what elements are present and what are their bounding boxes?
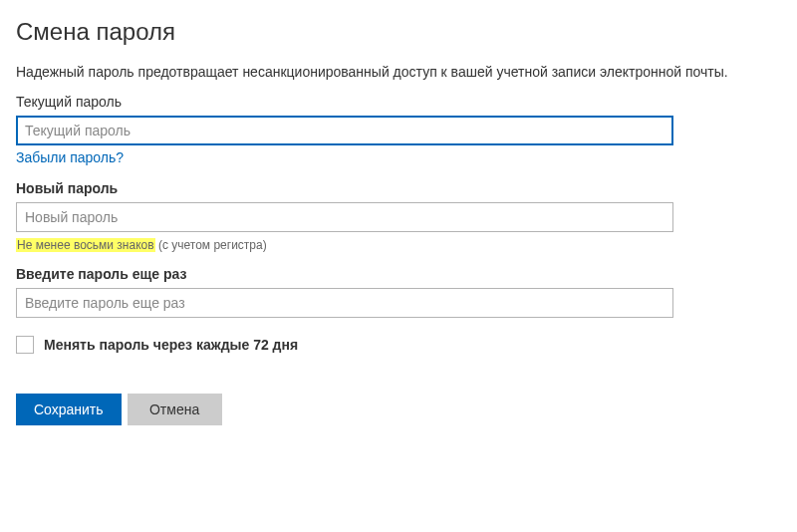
new-password-hint: Не менее восьми знаков (с учетом регистр… bbox=[16, 238, 781, 252]
current-password-input[interactable] bbox=[16, 116, 673, 145]
new-password-label: Новый пароль bbox=[16, 180, 781, 196]
confirm-password-group: Введите пароль еще раз bbox=[16, 266, 781, 318]
cancel-button[interactable]: Отмена bbox=[128, 394, 222, 425]
page-title: Смена пароля bbox=[16, 18, 781, 46]
confirm-password-input[interactable] bbox=[16, 288, 673, 318]
periodic-change-checkbox[interactable] bbox=[16, 336, 34, 354]
save-button[interactable]: Сохранить bbox=[16, 394, 122, 425]
forgot-password-link[interactable]: Забыли пароль? bbox=[16, 149, 124, 165]
periodic-change-label: Менять пароль через каждые 72 дня bbox=[44, 337, 298, 353]
page-description: Надежный пароль предотвращает несанкцион… bbox=[16, 64, 781, 80]
periodic-change-row: Менять пароль через каждые 72 дня bbox=[16, 336, 781, 354]
hint-rest: (с учетом регистра) bbox=[155, 238, 267, 252]
current-password-label: Текущий пароль bbox=[16, 94, 781, 110]
current-password-group: Текущий пароль Забыли пароль? bbox=[16, 94, 781, 166]
hint-highlight: Не менее восьми знаков bbox=[16, 238, 155, 252]
new-password-input[interactable] bbox=[16, 202, 673, 232]
button-row: Сохранить Отмена bbox=[16, 394, 781, 425]
confirm-password-label: Введите пароль еще раз bbox=[16, 266, 781, 282]
new-password-group: Новый пароль Не менее восьми знаков (с у… bbox=[16, 180, 781, 252]
